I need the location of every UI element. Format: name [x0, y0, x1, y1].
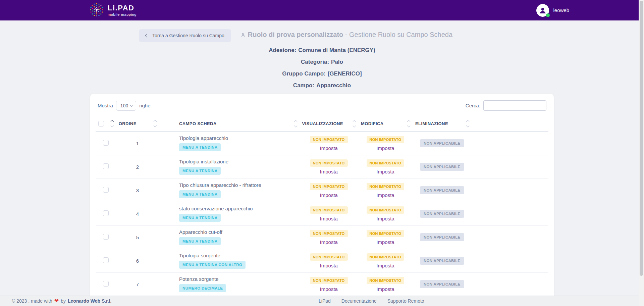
campo-name: Apparecchio cut-off [179, 229, 297, 235]
status-badge: NON IMPOSTATO [367, 183, 405, 190]
row-checkbox[interactable] [103, 187, 109, 193]
campo-cell: stato conservazione apparecchio MENU A T… [159, 202, 300, 225]
status-badge: NON IMPOSTATO [367, 277, 405, 284]
column-header-ordine[interactable]: ORDINE [116, 116, 159, 132]
visualizzazione-cell: NON IMPOSTATO Imposta [300, 178, 359, 202]
status-badge: NON IMPOSTATO [310, 277, 348, 284]
info-campo: Campo:Apparecchio [0, 82, 644, 89]
sort-desc-icon[interactable] [353, 124, 356, 128]
footer-link-supporto-remoto[interactable]: Supporto Remoto [387, 298, 424, 304]
imposta-link[interactable]: Imposta [376, 169, 394, 174]
footer-link-lipad[interactable]: LiPad [319, 298, 331, 304]
search-input[interactable] [483, 100, 546, 111]
column-header-eliminazione[interactable]: ELIMINAZIONE [413, 116, 472, 132]
visualizzazione-cell: NON IMPOSTATO Imposta [300, 132, 359, 155]
imposta-link[interactable]: Imposta [320, 263, 338, 268]
imposta-link[interactable]: Imposta [376, 263, 394, 268]
column-header-visualizzazione[interactable]: VISUALIZZAZIONE [300, 116, 359, 132]
sort-control[interactable] [408, 120, 410, 127]
scrollbar-thumb[interactable] [640, 1, 643, 276]
table-row: 6 Tipologia sorgente MENU A TENDINA CON … [96, 249, 548, 272]
sort-desc-icon[interactable] [294, 124, 297, 128]
page-title: Ruolo di prova personalizzato - Gestione… [240, 30, 465, 40]
campo-cell: Potenza sorgente NUMERO DECIMALE [159, 272, 300, 296]
campo-name: stato conservazione apparecchio [179, 206, 297, 211]
sort-control[interactable] [353, 120, 356, 127]
row-checkbox[interactable] [103, 257, 109, 263]
status-badge: NON IMPOSTATO [310, 159, 348, 167]
imposta-link[interactable]: Imposta [376, 145, 394, 151]
sort-asc-icon[interactable] [110, 120, 114, 123]
sort-asc-icon[interactable] [353, 120, 356, 123]
imposta-link[interactable]: Imposta [376, 192, 394, 198]
context-info: Adesione:Comune di Manta (ENERGY) Catego… [0, 47, 644, 89]
column-header-campo-scheda[interactable]: CAMPO SCHEDA [159, 116, 300, 132]
sort-control[interactable] [154, 120, 156, 127]
user-name: leoweb [553, 7, 569, 13]
online-status-dot [546, 13, 550, 17]
info-gruppo-campo: Gruppo Campo:[GENERICO] [0, 70, 644, 77]
imposta-link[interactable]: Imposta [320, 239, 338, 245]
select-all-header [96, 116, 116, 132]
logo-subtitle: mobile mapping [108, 12, 137, 16]
row-checkbox[interactable] [103, 234, 109, 240]
imposta-link[interactable]: Imposta [376, 286, 394, 292]
imposta-link[interactable]: Imposta [320, 286, 338, 292]
row-checkbox[interactable] [103, 163, 109, 169]
page-size-select[interactable]: 100 [116, 101, 136, 111]
imposta-link[interactable]: Imposta [320, 216, 338, 221]
status-badge: NON IMPOSTATO [367, 136, 405, 143]
not-applicable-badge: NON APPLICABILE [420, 233, 464, 241]
status-badge: NON IMPOSTATO [367, 159, 405, 167]
sort-desc-icon[interactable] [154, 124, 157, 128]
field-type-badge: MENU A TENDINA [179, 237, 221, 245]
imposta-link[interactable]: Imposta [320, 192, 338, 198]
ordine-cell: 7 [116, 272, 159, 296]
modifica-cell: NON IMPOSTATO Imposta [358, 225, 413, 249]
sort-control[interactable] [111, 120, 113, 127]
imposta-link[interactable]: Imposta [320, 145, 338, 151]
sort-asc-icon[interactable] [154, 120, 157, 123]
ordine-cell: 6 [116, 249, 159, 272]
status-badge: NON IMPOSTATO [367, 206, 405, 214]
visualizzazione-cell: NON IMPOSTATO Imposta [300, 155, 359, 178]
sort-control[interactable] [467, 120, 469, 127]
imposta-link[interactable]: Imposta [376, 216, 394, 221]
sort-asc-icon[interactable] [407, 120, 411, 123]
row-checkbox[interactable] [103, 281, 109, 287]
modifica-cell: NON IMPOSTATO Imposta [358, 249, 413, 272]
select-all-checkbox[interactable] [98, 121, 104, 126]
footer-link-documentazione[interactable]: Documentazione [341, 298, 377, 304]
imposta-link[interactable]: Imposta [376, 239, 394, 245]
back-button[interactable]: Torna a Gestione Ruolo su Campo [139, 29, 231, 42]
logo-mandala-icon [89, 2, 104, 19]
sort-control[interactable] [294, 120, 297, 127]
imposta-link[interactable]: Imposta [320, 169, 338, 174]
sort-desc-icon[interactable] [407, 124, 411, 128]
vertical-scrollbar[interactable] [639, 0, 644, 306]
sort-desc-icon[interactable] [110, 124, 114, 128]
page-title-rest: - Gestione Ruolo su Campo Scheda [343, 31, 452, 38]
ordine-cell: 4 [116, 202, 159, 225]
sort-asc-icon[interactable] [294, 120, 297, 123]
table-row: 2 Tipologia installazione MENU A TENDINA… [96, 155, 548, 178]
row-checkbox[interactable] [103, 210, 109, 216]
campo-cell: Apparecchio cut-off MENU A TENDINA [159, 225, 300, 249]
user-menu[interactable]: leoweb [536, 4, 569, 17]
campo-name: Tipo chiusura apparecchio - rifrattore [179, 182, 297, 188]
visualizzazione-cell: NON IMPOSTATO Imposta [300, 272, 359, 296]
campo-name: Potenza sorgente [179, 276, 297, 282]
status-badge: NON IMPOSTATO [367, 230, 405, 237]
sort-asc-icon[interactable] [466, 120, 469, 123]
ordine-cell: 2 [116, 155, 159, 178]
app-logo[interactable]: Li.PAD mobile mapping [89, 2, 137, 19]
field-type-badge: MENU A TENDINA CON ALTRO [179, 261, 246, 269]
column-header-modifica[interactable]: MODIFICA [358, 116, 413, 132]
row-checkbox[interactable] [103, 140, 109, 146]
logo-title: Li.PAD [108, 4, 137, 12]
app-footer: © 2023 , made with ❤ by Leonardo Web S.r… [0, 296, 639, 306]
sort-desc-icon[interactable] [466, 124, 469, 128]
status-badge: NON IMPOSTATO [310, 230, 348, 237]
campo-cell: Tipologia apparecchio MENU A TENDINA [159, 132, 300, 155]
copyright: © 2023 , made with ❤ by Leonardo Web S.r… [12, 298, 111, 304]
